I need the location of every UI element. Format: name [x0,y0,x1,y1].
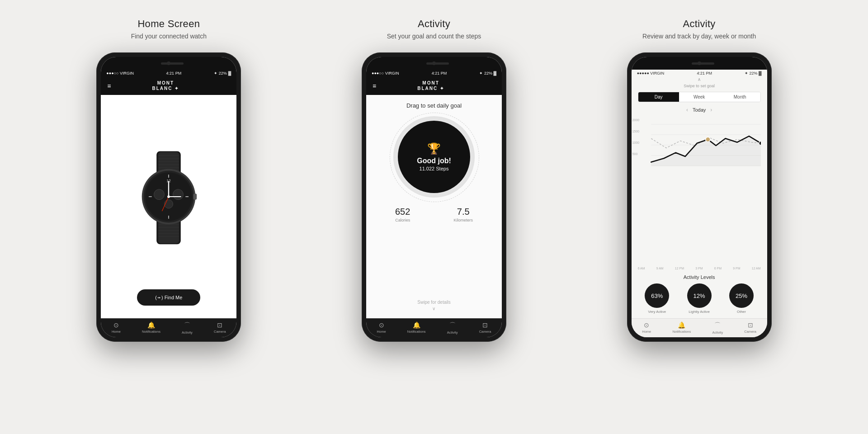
section2-subtitle: Set your goal and count the steps [387,33,481,40]
phone-speaker-1 [161,62,184,65]
phone-top-bar-3 [632,57,767,70]
tab-camera-3[interactable]: ⊡ Camera [744,321,756,335]
lightly-active-item: 12% Lightly Active [687,283,712,314]
phone-inner-2: ●●●○○ VIRGIN 4:21 PM ✦ 22% ▓ ≡ MONTBLANC… [366,57,502,337]
other-circle: 25% [729,283,754,308]
swipe-hint: Swipe for details ∨ [417,300,450,311]
status-time-1: 4:21 PM [166,71,182,75]
activity-icon-2: ⌒ [449,321,456,330]
tab-home-2[interactable]: ⊙ Home [377,321,386,335]
day-button[interactable]: Day [638,92,679,102]
chart-area: 2000 1500 1000 500 [632,115,767,267]
section2-title: Activity [418,18,450,30]
status-bar-3: ●●●●● VIRGIN 4:21 PM ✦ 22% ▓ [632,70,767,77]
tab-home-3[interactable]: ⊙ Home [642,321,651,335]
other-item: 25% Other [729,283,754,314]
status-bar-1: ●●●○○ VIRGIN 4:21 PM ✦ 22% ▓ [101,70,236,77]
hamburger-icon-2[interactable]: ≡ [373,82,375,90]
section1-subtitle: Find your connected watch [131,33,207,40]
phone-inner-1: ●●●○○ VIRGIN 4:21 PM ✦ 22% ▓ ≡ MONTBLANC… [101,57,236,337]
km-value: 7.5 [453,207,473,217]
hamburger-icon-1[interactable]: ≡ [107,82,110,90]
steps-count: 11.022 Steps [420,166,449,171]
tab-bar-1: ⊙ Home 🔔 Notifications ⌒ Activity ⊡ Came… [101,318,236,337]
status-time-2: 4:21 PM [432,71,447,75]
phone-frame-3: ●●●●● VIRGIN 4:21 PM ✦ 22% ▓ ∧ Swipe to … [627,52,772,342]
activity-icon-3: ⌒ [714,321,721,330]
calories-label: Calories [395,218,410,222]
status-battery-3: ✦ 22% ▓ [745,71,762,75]
other-label: Other [737,310,746,314]
home-icon-1: ⊙ [113,321,119,329]
bell-icon-1: 🔔 [147,321,155,329]
brand-logo-2: MONTBLANC ✦ [417,80,444,91]
km-label: Kilometers [453,218,473,222]
bell-icon-2: 🔔 [413,321,420,329]
good-job-text: Good job! [417,157,451,165]
camera-icon-3: ⊡ [748,321,753,329]
section-activity-tracking: Activity Review and track by day, week o… [591,18,808,342]
status-bar-2: ●●●○○ VIRGIN 4:21 PM ✦ 22% ▓ [366,70,502,77]
status-carrier-1: ●●●○○ VIRGIN [106,71,134,75]
tab-bar-3: ⊙ Home 🔔 Notifications ⌒ Activity ⊡ Came… [632,318,767,337]
phone-speaker-2 [426,62,449,65]
phone-camera-3 [698,61,701,65]
activity-levels-title: Activity Levels [636,274,763,280]
tab-notifications-1[interactable]: 🔔 Notifications [142,321,160,335]
lightly-active-label: Lightly Active [689,310,710,314]
svg-point-32 [167,195,170,198]
tab-home-1[interactable]: ⊙ Home [112,321,121,335]
today-label: Today [693,107,706,113]
activity-circles: 63% Very Active 12% Lightly Active [636,283,763,314]
chevron-up-icon: ∧ [632,77,767,82]
status-carrier-3: ●●●●● VIRGIN [637,71,665,75]
very-active-circle: 63% [645,283,669,308]
tab-camera-1[interactable]: ⊡ Camera [214,321,226,335]
phone-camera-1 [167,61,170,65]
status-time-3: 4:21 PM [697,71,712,75]
app-navbar-1: ≡ MONTBLANC ✦ [101,77,236,95]
tab-camera-2[interactable]: ⊡ Camera [479,321,491,335]
phone-top-bar-1 [101,57,236,70]
camera-icon-1: ⊡ [217,321,222,329]
section3-subtitle: Review and track by day, week or month [642,33,756,40]
trophy-icon: 🏆 [427,142,441,155]
brand-logo-1: MONTBLANC ✦ [152,80,179,91]
phone-frame-2: ●●●○○ VIRGIN 4:21 PM ✦ 22% ▓ ≡ MONTBLANC… [362,52,506,342]
app-navbar-2: ≡ MONTBLANC ✦ [366,77,502,95]
stat-km: 7.5 Kilometers [453,207,473,222]
today-navigator: ‹ Today › [632,107,767,113]
tab-activity-2[interactable]: ⌒ Activity [447,321,458,335]
status-battery-1: ✦ 22% ▓ [214,71,231,75]
section-activity-goal: Activity Set your goal and count the ste… [326,18,542,342]
next-day-arrow[interactable]: › [710,107,712,113]
svg-point-22 [173,189,184,200]
section1-title: Home Screen [137,18,200,30]
section3-title: Activity [683,18,716,30]
find-me-button[interactable]: (·•·) Find Me [137,289,200,306]
month-button[interactable]: Month [720,92,760,102]
phone-speaker-3 [692,62,714,65]
section-home: Home Screen Find your connected watch ●●… [60,18,277,342]
home-icon-3: ⊙ [644,321,649,329]
phone-top-bar-2 [366,57,502,70]
week-button[interactable]: Week [679,92,720,102]
status-battery-2: ✦ 22% ▓ [479,71,496,75]
svg-rect-20 [193,193,197,199]
activity-icon-1: ⌒ [184,321,190,330]
phone-camera-2 [432,61,436,65]
tab-notifications-2[interactable]: 🔔 Notifications [407,321,426,335]
very-active-item: 63% Very Active [645,283,669,314]
tab-bar-2: ⊙ Home 🔔 Notifications ⌒ Activity ⊡ Came… [366,318,502,337]
bell-icon-3: 🔔 [678,321,685,329]
goal-circle-inner: 🏆 Good job! 11.022 Steps [398,121,470,193]
activity-chart [638,118,761,173]
calories-value: 652 [395,207,410,217]
chart-y-labels: 2000 1500 1000 500 [632,118,640,164]
tab-activity-1[interactable]: ⌒ Activity [182,321,193,335]
prev-day-arrow[interactable]: ‹ [686,107,688,113]
goal-circle-wrapper: 🏆 Good job! 11.022 Steps [393,116,475,198]
svg-point-21 [154,189,165,200]
tab-notifications-3[interactable]: 🔔 Notifications [672,321,691,335]
tab-activity-3[interactable]: ⌒ Activity [712,321,723,335]
